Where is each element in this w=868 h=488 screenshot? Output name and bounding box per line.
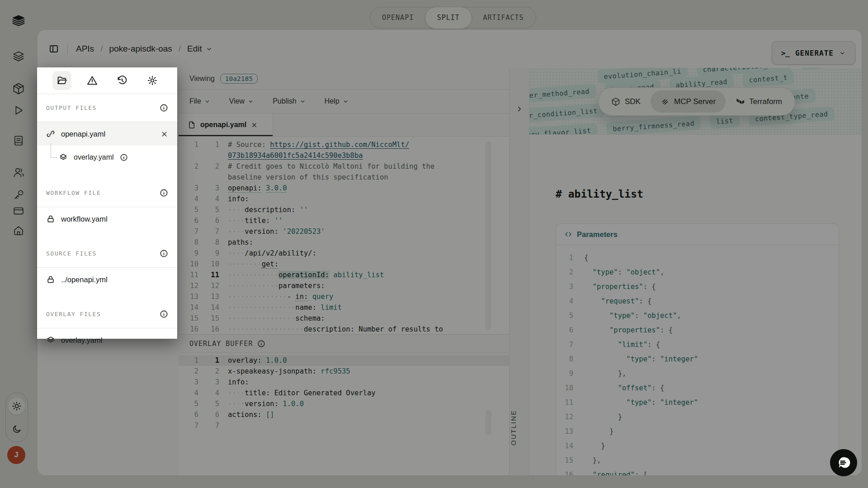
info-icon[interactable]	[160, 104, 168, 112]
info-icon[interactable]	[257, 340, 265, 348]
json-line: 3 "properties": {	[556, 280, 839, 294]
rail-docs-item[interactable]	[10, 133, 27, 149]
rail-api-keys-item[interactable]	[10, 186, 27, 203]
file-row-workflow[interactable]: workflow.yaml	[37, 207, 177, 231]
outline-strip[interactable]: OUTLINE	[509, 68, 529, 475]
files-tool-button[interactable]	[52, 71, 71, 90]
tab-artifacts[interactable]: ARTIFACTS	[471, 7, 535, 28]
file-row-source[interactable]: ../openapi.yml	[37, 268, 177, 291]
rail-users-item[interactable]	[10, 164, 27, 180]
file-row-openapi[interactable]: openapi.yaml	[37, 122, 177, 146]
breadcrumb-apis[interactable]: APIs	[76, 44, 94, 54]
info-icon[interactable]	[160, 249, 168, 258]
home-icon	[13, 225, 24, 237]
tab-split[interactable]: SPLIT	[425, 7, 472, 29]
json-line: 15 },	[556, 453, 839, 468]
code-line: 1313··············- in: query	[179, 291, 509, 302]
warning-icon	[87, 75, 98, 86]
code-line: 66actions: []	[179, 409, 509, 420]
file-row-openapi-overlay[interactable]: overlay.yaml	[37, 146, 177, 169]
editor-column: Viewing 10a2185 File View Publish Help	[179, 68, 509, 475]
json-line: 4 "request": {	[556, 294, 839, 308]
expand-outline-button[interactable]	[515, 105, 524, 113]
header-divider	[67, 44, 68, 54]
section-label: SOURCE FILES	[46, 250, 97, 257]
breadcrumb-edit-dropdown[interactable]: Edit	[187, 44, 212, 54]
code-line: 11# Source: https://gist.github.com/Nicc…	[179, 139, 509, 161]
code-line: 1111············operationId: ability_lis…	[179, 270, 509, 280]
json-line: 11 "type": "integer"	[556, 395, 839, 410]
code-line: 1616··················description: Numbe…	[179, 324, 509, 334]
problems-tool-button[interactable]	[83, 71, 102, 90]
json-line: 12 }	[556, 410, 839, 424]
light-mode-button[interactable]	[8, 398, 25, 415]
book-icon	[13, 135, 24, 147]
info-icon[interactable]	[120, 153, 128, 161]
menu-help[interactable]: Help	[325, 97, 349, 105]
menu-view[interactable]: View	[229, 97, 254, 105]
terminal-icon: >_	[781, 49, 790, 57]
layers-icon	[46, 336, 55, 345]
rail-run-item[interactable]	[10, 102, 27, 118]
menu-file[interactable]: File	[189, 97, 210, 105]
editor-scrollbar[interactable]	[486, 141, 491, 329]
code-line: 88paths:	[179, 237, 509, 248]
dark-mode-button[interactable]	[8, 420, 25, 437]
gear-icon	[147, 75, 158, 86]
operation-heading: # ability_list	[556, 188, 862, 200]
info-icon[interactable]	[160, 310, 168, 318]
info-icon[interactable]	[160, 189, 168, 197]
mcp-icon	[660, 97, 670, 106]
target-terraform[interactable]: Terraform	[726, 90, 792, 113]
stacked-papers-icon	[11, 14, 26, 28]
editor-tabbar: openapi.yaml	[179, 114, 509, 137]
generate-button[interactable]: >_ GENERATE	[772, 41, 855, 65]
user-avatar[interactable]: J	[7, 446, 25, 464]
section-overlay-files: OVERLAY FILES	[37, 300, 177, 328]
close-icon[interactable]	[160, 130, 168, 138]
section-workflow-file: WORKFLOW FILE	[37, 179, 177, 207]
code-line: 66····title: ''	[179, 215, 509, 226]
breadcrumb-separator: /	[100, 44, 103, 54]
speakeasy-logo[interactable]	[10, 13, 27, 29]
panel-toggle-button[interactable]	[48, 43, 59, 54]
open-file-tab[interactable]: openapi.yaml	[179, 114, 273, 136]
theme-toggle	[5, 393, 28, 442]
rail-package-item[interactable]	[10, 81, 27, 97]
overlay-buffer-label: OVERLAY BUFFER	[189, 340, 253, 348]
tab-openapi[interactable]: OPENAPI	[370, 7, 425, 28]
json-line: 5 "type": "object",	[556, 308, 839, 323]
code-line: 44····title: Editor Generated Overlay	[179, 388, 509, 398]
breadcrumb-separator: /	[179, 44, 181, 54]
target-terraform-label: Terraform	[749, 97, 782, 106]
file-name: overlay.yaml	[74, 153, 114, 161]
overlay-buffer-editor[interactable]: 11overlay: 1.0.022x-speakeasy-jsonpath: …	[179, 353, 509, 476]
code-line: 55····description: ''	[179, 204, 509, 215]
settings-tool-button[interactable]	[143, 71, 162, 90]
overlay-buffer-header: OVERLAY BUFFER	[179, 334, 509, 353]
menu-publish[interactable]: Publish	[273, 97, 305, 105]
code-line: 1010········get:	[179, 259, 509, 270]
target-mcp-server[interactable]: MCP Server	[651, 90, 726, 113]
rail-layers-item[interactable]	[10, 48, 27, 65]
json-line: 14 }	[556, 439, 839, 453]
rail-home-item[interactable]	[10, 223, 27, 239]
rail-billing-item[interactable]	[10, 203, 27, 219]
menu-view-label: View	[229, 97, 245, 105]
app-window: J OPENAPI SPLIT ARTIFACTS APIs / poke-ap…	[0, 0, 868, 488]
parameters-title: Parameters	[577, 230, 618, 239]
target-mcp-label: MCP Server	[674, 97, 716, 106]
buffer-scrollbar[interactable]	[486, 410, 491, 436]
history-tool-button[interactable]	[113, 71, 132, 90]
chat-widget-button[interactable]	[830, 449, 857, 476]
code-line: 33info:	[179, 377, 509, 388]
code-line: 1212············parameters:	[179, 280, 509, 291]
close-icon[interactable]	[251, 122, 258, 128]
openapi-editor[interactable]: 11# Source: https://gist.github.com/Nicc…	[179, 137, 509, 334]
open-file-tab-label: openapi.yaml	[200, 121, 246, 129]
breadcrumb-workspace[interactable]: poke-apisdk-oas	[109, 44, 172, 54]
file-row-overlay[interactable]: overlay.yaml	[37, 328, 177, 352]
target-sdk[interactable]: SDK	[601, 90, 651, 113]
target-sdk-label: SDK	[625, 97, 641, 106]
json-line: 13 }	[556, 424, 839, 439]
